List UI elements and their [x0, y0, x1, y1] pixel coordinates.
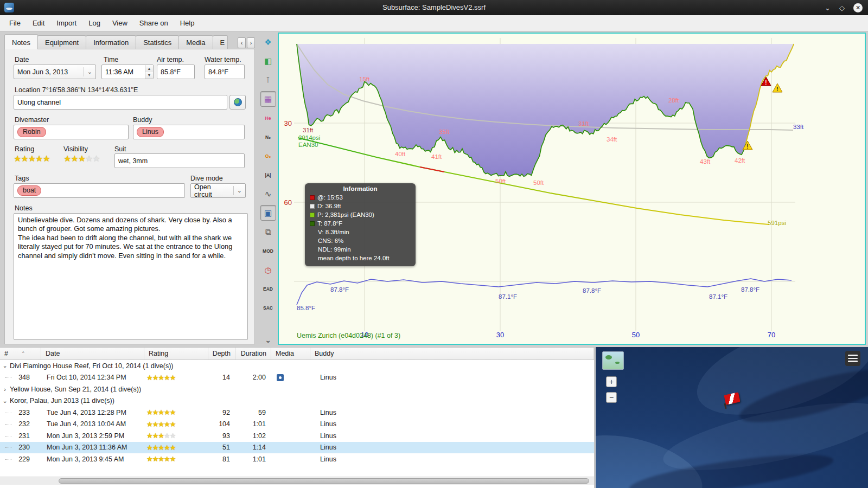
svg-text:70: 70	[768, 331, 775, 339]
tag-chip[interactable]: boat	[17, 185, 41, 196]
profile-panel[interactable]: 10305070306015ft31ft2914psiEAN3040ft41ft…	[278, 33, 866, 345]
tissues-icon[interactable]: ▦	[260, 91, 276, 107]
star-filled-icon: ★	[21, 154, 28, 163]
menu-file[interactable]: File	[3, 16, 27, 30]
notes-textarea[interactable]: Unbelievable dive. Dozens and dozens of …	[14, 213, 248, 340]
buddy-chip[interactable]: Linus	[137, 127, 164, 137]
heart-rate-icon[interactable]: ∿	[260, 186, 276, 202]
buddy-field[interactable]: Linus	[133, 125, 245, 139]
trip-row[interactable]: ⌄Koror, Palau, Jun 2013 (11 dive(s))	[0, 395, 594, 407]
rating-stars[interactable]: ★★★★★	[14, 153, 50, 164]
divemaster-field[interactable]: Robin	[14, 125, 129, 139]
location-map-button[interactable]	[229, 95, 246, 110]
dive-row[interactable]: 233Tue Jun 4, 2013 12:28 PM★★★★★9259Linu…	[0, 407, 594, 419]
star-filled-icon: ★	[71, 154, 78, 163]
horizontal-scrollbar[interactable]	[0, 477, 594, 485]
location-input[interactable]	[14, 95, 227, 110]
profile-label: 50ft	[533, 179, 544, 186]
menu-log[interactable]: Log	[82, 16, 106, 30]
airtemp-field[interactable]	[157, 65, 195, 79]
menu-help[interactable]: Help	[174, 16, 201, 30]
menu-edit[interactable]: Edit	[27, 16, 50, 30]
tab-notes[interactable]: Notes	[4, 34, 38, 49]
suit-field[interactable]	[114, 153, 245, 168]
expand-caret-icon[interactable]: ›	[0, 386, 10, 393]
map-menu-button[interactable]	[845, 351, 860, 366]
column-header-num[interactable]: #⌃	[0, 348, 41, 359]
divemaster-chip[interactable]: Robin	[17, 127, 46, 137]
maximize-button[interactable]: ◇	[839, 4, 845, 11]
dive-row[interactable]: 232Tue Jun 4, 2013 10:04 AM★★★★★1041:01L…	[0, 419, 594, 431]
column-header-buddy[interactable]: Buddy	[310, 348, 594, 359]
tab-information[interactable]: Information	[86, 35, 136, 49]
star-filled-icon: ★	[146, 420, 152, 428]
spin-up-icon[interactable]: ▲	[145, 65, 153, 72]
zoom-in-button[interactable]: +	[606, 376, 617, 387]
dive-duration: 1:14	[235, 444, 271, 451]
dive-row[interactable]: 229Mon Jun 3, 2013 9:45 AM★★★★★811:01Lin…	[0, 453, 594, 465]
toolbar-collapse-chevron-icon[interactable]: ⌄	[265, 336, 271, 344]
column-header-rating[interactable]: Rating	[144, 348, 208, 359]
photos-toggle[interactable]: ▣	[260, 205, 276, 221]
dive-row[interactable]: 231Mon Jun 3, 2013 2:59 PM★★★★★931:02Lin…	[0, 430, 594, 442]
collapse-caret-icon[interactable]: ⌄	[0, 362, 10, 369]
notes-label: Notes	[15, 204, 33, 212]
tab-scroll-left-button[interactable]: ‹	[238, 37, 246, 48]
collapse-caret-icon[interactable]: ⌄	[0, 397, 10, 404]
column-header-depth[interactable]: Depth	[208, 348, 235, 359]
tab-statistics[interactable]: Statistics	[136, 35, 179, 49]
tab-equipment[interactable]: Equipment	[37, 35, 86, 49]
ead-toggle[interactable]: EAD	[260, 281, 276, 297]
date-dropdown[interactable]: Mon Jun 3, 2013⌄	[14, 65, 96, 79]
pn2-toggle[interactable]: N₂	[260, 129, 276, 145]
tab-scroll-right-button[interactable]: ›	[247, 37, 255, 48]
watertemp-field[interactable]	[205, 65, 245, 79]
column-header-duration[interactable]: Duration	[235, 348, 271, 359]
scrollbar-thumb[interactable]	[59, 478, 589, 484]
dive-list-header[interactable]: #⌃DateRatingDepthDurationMediaBuddy	[0, 348, 594, 360]
dive-buddy: Linus	[310, 444, 594, 451]
infobox-row: D: 36.9ft	[310, 202, 411, 210]
dive-date: Mon Jun 3, 2013 9:45 AM	[41, 455, 144, 463]
zoom-out-button[interactable]: −	[606, 392, 617, 403]
time-spinner[interactable]: ▲▼	[101, 65, 154, 79]
svg-text:30: 30	[284, 119, 292, 127]
tags-field[interactable]: boat	[14, 183, 185, 198]
profile-label: 591psi	[768, 220, 786, 226]
close-button[interactable]: ✕	[853, 3, 863, 12]
menu-view[interactable]: View	[106, 16, 133, 30]
visibility-stars[interactable]: ★★★★★	[63, 153, 100, 164]
column-header-media[interactable]: Media	[271, 348, 310, 359]
profile-label: 40ft	[395, 151, 406, 157]
menu-share-on[interactable]: Share on	[133, 16, 174, 30]
column-header-date[interactable]: Date	[41, 348, 144, 359]
media-photos-icon[interactable]	[277, 374, 284, 381]
divemode-dropdown[interactable]: Open circuit⌄	[190, 183, 246, 198]
ceiling-calc-icon[interactable]: ⊺	[260, 72, 276, 88]
ceiling-dc-icon[interactable]: ◧	[260, 53, 276, 69]
dive-computer-icon[interactable]: ❖	[260, 34, 276, 50]
tab-media[interactable]: Media	[178, 35, 213, 49]
dive-row[interactable]: 230Mon Jun 3, 2013 11:36 AM★★★★★511:14Li…	[0, 442, 594, 454]
tab-e[interactable]: E	[213, 35, 228, 49]
spin-down-icon[interactable]: ▼	[145, 72, 153, 79]
phe-toggle[interactable]: He	[260, 110, 276, 126]
mod-toggle[interactable]: MOD	[260, 243, 276, 259]
po2-toggle[interactable]: O₂	[260, 148, 276, 164]
ruler-icon[interactable]: ⧉	[260, 224, 276, 240]
profile-label: EAN30	[298, 142, 318, 148]
menu-import[interactable]: Import	[50, 16, 82, 30]
svg-text:!: !	[776, 86, 778, 92]
tags-label: Tags	[15, 175, 29, 182]
sac-toggle[interactable]: SAC	[260, 300, 276, 316]
profile-label: 87.8°F	[583, 287, 601, 294]
tts-toggle[interactable]: |A|	[260, 167, 276, 183]
trip-row[interactable]: ›Yellow House, Sun Sep 21, 2014 (1 dive(…	[0, 383, 594, 395]
dive-row[interactable]: 348Fri Oct 10, 2014 12:34 PM★★★★★142:00L…	[0, 372, 594, 384]
minimize-button[interactable]: ⌄	[825, 4, 831, 11]
map-panel[interactable]: + −	[596, 347, 868, 488]
map-overview-thumbnail[interactable]	[602, 351, 624, 370]
trip-row[interactable]: ⌄Divi Flamingo House Reef, Fri Oct 10, 2…	[0, 360, 594, 372]
svg-text:!: !	[746, 144, 748, 150]
ndl-toggle[interactable]: ◷	[260, 262, 276, 278]
